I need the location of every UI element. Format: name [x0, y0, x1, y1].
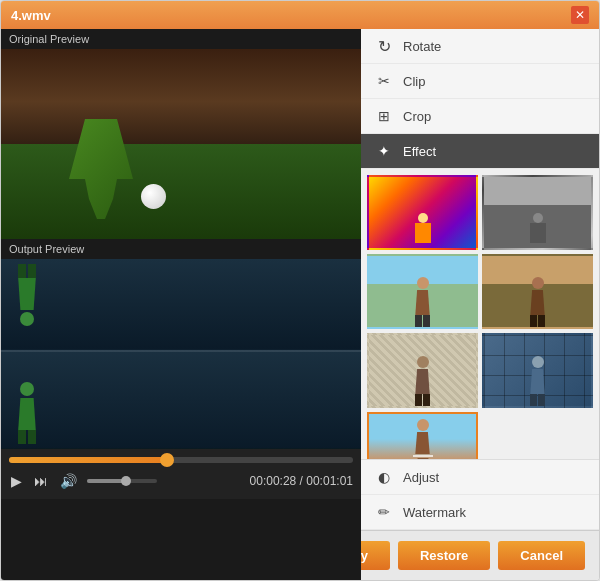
cancel-button[interactable]: Cancel — [498, 541, 585, 570]
rotate-icon: ↻ — [375, 37, 393, 55]
apply-button[interactable]: Apply — [361, 541, 390, 570]
soccer-ball — [141, 184, 166, 209]
effect-bw[interactable] — [482, 175, 593, 250]
rotate-label: Rotate — [403, 39, 441, 54]
progress-fill — [9, 457, 167, 463]
menu-item-adjust[interactable]: ◐ Adjust — [361, 460, 599, 495]
watermark-label: Watermark — [403, 505, 466, 520]
output-video-content — [1, 259, 361, 449]
volume-handle[interactable] — [121, 476, 131, 486]
effect-linen[interactable] — [367, 333, 478, 408]
effects-grid: Mirror Vertical — [361, 169, 599, 459]
content-area: Original Preview Output Preview — [1, 29, 599, 580]
adjust-label: Adjust — [403, 470, 439, 485]
controls-row: ▶ ⏭ 🔊 00:00:28 / 00:01:01 — [9, 471, 353, 491]
output-top-half — [1, 259, 361, 350]
adjust-icon: ◐ — [375, 468, 393, 486]
controls-bar: ▶ ⏭ 🔊 00:00:28 / 00:01:01 — [1, 449, 361, 499]
clip-label: Clip — [403, 74, 425, 89]
time-display: 00:00:28 / 00:01:01 — [250, 474, 353, 488]
original-preview-label: Original Preview — [1, 29, 361, 49]
effect-mirror-vertical[interactable]: Mirror Vertical — [367, 412, 478, 459]
effect-grid[interactable] — [482, 333, 593, 408]
mirror-line — [1, 350, 361, 352]
field-green — [1, 144, 361, 239]
window-title: 4.wmv — [11, 8, 51, 23]
menu-item-clip[interactable]: ✂ Clip — [361, 64, 599, 99]
progress-bar[interactable] — [9, 457, 353, 463]
crowd-background — [1, 49, 361, 154]
output-player — [16, 382, 38, 444]
bottom-bar: Apply Restore Cancel — [361, 530, 599, 580]
left-panel: Original Preview Output Preview — [1, 29, 361, 580]
effect-label: Effect — [403, 144, 436, 159]
mute-icon: 🔊 — [58, 471, 79, 491]
volume-bar[interactable] — [87, 479, 157, 483]
close-button[interactable]: ✕ — [571, 6, 589, 24]
menu-item-watermark[interactable]: ✏ Watermark — [361, 495, 599, 530]
effect-natural[interactable] — [367, 254, 478, 329]
menu-item-rotate[interactable]: ↻ Rotate — [361, 29, 599, 64]
output-bottom-half — [1, 350, 361, 449]
effect-colorful[interactable] — [367, 175, 478, 250]
original-video-content — [1, 49, 361, 239]
crop-icon: ⊞ — [375, 107, 393, 125]
main-window: 4.wmv ✕ Original Preview Output Preview — [0, 0, 600, 581]
right-panel: ↻ Rotate ✂ Clip ⊞ Crop ✦ Effect — [361, 29, 599, 580]
original-video-preview — [1, 49, 361, 239]
tools-menu: ↻ Rotate ✂ Clip ⊞ Crop ✦ Effect — [361, 29, 599, 169]
output-player-mirror — [16, 264, 38, 326]
title-bar: 4.wmv ✕ — [1, 1, 599, 29]
menu-item-crop[interactable]: ⊞ Crop — [361, 99, 599, 134]
menu-item-effect[interactable]: ✦ Effect — [361, 134, 599, 169]
effect-icon: ✦ — [375, 142, 393, 160]
restore-button[interactable]: Restore — [398, 541, 490, 570]
watermark-icon: ✏ — [375, 503, 393, 521]
clip-icon: ✂ — [375, 72, 393, 90]
more-tools: ◐ Adjust ✏ Watermark — [361, 459, 599, 530]
step-button[interactable]: ⏭ — [32, 471, 50, 491]
play-button[interactable]: ▶ — [9, 471, 24, 491]
progress-handle[interactable] — [160, 453, 174, 467]
output-video-preview — [1, 259, 361, 449]
effect-sepia[interactable] — [482, 254, 593, 329]
output-preview-label: Output Preview — [1, 239, 361, 259]
crop-label: Crop — [403, 109, 431, 124]
